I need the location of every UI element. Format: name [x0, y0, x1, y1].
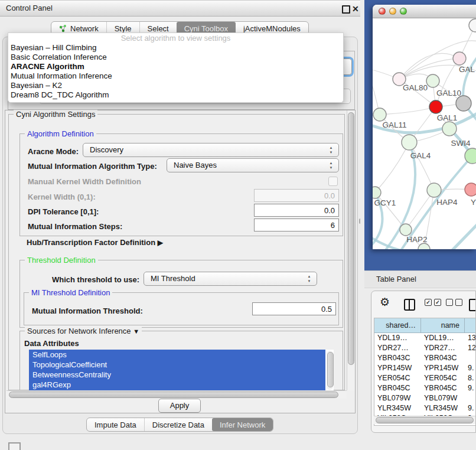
- table-cell: YLR345W: [421, 403, 465, 413]
- tab-infer-network[interactable]: Infer Network: [212, 418, 273, 431]
- tab-impute-data[interactable]: Impute Data: [87, 418, 144, 431]
- node-label-gal1: GAL1: [437, 113, 458, 122]
- algorithm-option-mutual-information-inference[interactable]: Mutual Information Inference: [8, 71, 343, 81]
- aracne-mode-combo[interactable]: Discovery ▲▼: [83, 143, 339, 157]
- network-canvas[interactable]: GALGAL80GAL10GAL1GAL11SWI4GAL4GCY1HAP4YH…: [373, 18, 476, 249]
- expanded-arrow-icon: ▼: [133, 328, 139, 335]
- mi-steps-label: Mutual Information Steps:: [28, 222, 122, 231]
- column-header-name[interactable]: name: [421, 318, 465, 332]
- table-cell: YBL079W: [374, 393, 421, 403]
- table-row[interactable]: YDR27…YDR27…12: [374, 343, 476, 353]
- attribute-item-betweennesscentrality[interactable]: BetweennessCentrality: [29, 370, 325, 380]
- network-icon: [59, 25, 67, 32]
- network-node[interactable]: [469, 19, 476, 32]
- attribute-item-selfloops[interactable]: SelfLoops: [29, 350, 325, 360]
- network-view-window: GALGAL80GAL10GAL1GAL11SWI4GAL4GCY1HAP4YH…: [373, 5, 476, 249]
- table-cell: 9.: [465, 403, 476, 413]
- columns-icon[interactable]: [404, 299, 415, 311]
- column-header-2[interactable]: [465, 318, 476, 332]
- attributes-scrollbar-thumb[interactable]: [327, 352, 334, 387]
- close-panel-icon[interactable]: ✕: [352, 3, 359, 15]
- algorithm-option-aracne-algorithm[interactable]: ARACNE Algorithm: [8, 62, 343, 71]
- table-cell: [465, 353, 476, 363]
- algorithm-option-bayesian-hill-climbing[interactable]: Bayesian – Hill Climbing: [8, 43, 343, 53]
- network-node[interactable]: [426, 74, 439, 87]
- network-node[interactable]: [442, 122, 457, 136]
- float-panel-icon[interactable]: [342, 5, 350, 14]
- table-horizontal-scrollbar[interactable]: [374, 416, 476, 424]
- table-row[interactable]: YBR043CYBR043C: [374, 353, 476, 363]
- settings-vertical-scrollbar-thumb[interactable]: [348, 112, 354, 365]
- network-node[interactable]: [465, 183, 476, 196]
- tab-label: jActiveMNodules: [243, 24, 301, 33]
- settings-scroll-panel: Cyni Algorithm Settings Algorithm Defini…: [5, 110, 356, 413]
- network-node[interactable]: [418, 243, 430, 249]
- which-threshold-value: MI Threshold: [151, 272, 195, 285]
- mi-threshold-field[interactable]: [252, 302, 336, 315]
- table-horizontal-scrollbar-thumb[interactable]: [376, 417, 474, 423]
- tab-discretize-data[interactable]: Discretize Data: [144, 418, 212, 431]
- table-row[interactable]: YPR145WYPR145W9.: [374, 363, 476, 373]
- mini-float-icon[interactable]: [8, 442, 21, 450]
- table-cell: YBR043C: [374, 353, 421, 363]
- network-edge[interactable]: [375, 142, 409, 193]
- network-window-titlebar[interactable]: [373, 5, 476, 18]
- which-threshold-combo[interactable]: MI Threshold ▲▼: [144, 272, 317, 286]
- checked-pair-icon[interactable]: ✓ ✓: [425, 299, 441, 306]
- algorithm-option-dream8-dc-tdc-algorithm[interactable]: Dream8 DC_TDC Algorithm: [8, 90, 343, 100]
- checkbox-unchecked-icon: [455, 299, 462, 306]
- hub-definition-toggle[interactable]: Hub/Transcription Factor Definition ▶: [27, 238, 163, 247]
- manual-kernel-checkbox[interactable]: [328, 177, 338, 186]
- close-traffic-light[interactable]: [379, 8, 386, 15]
- network-node[interactable]: [465, 148, 476, 164]
- unchecked-pair-icon[interactable]: [446, 299, 462, 306]
- table-row[interactable]: YER054CYER054C8.: [374, 373, 476, 383]
- zoom-traffic-light[interactable]: [400, 8, 407, 15]
- settings-horizontal-scrollbar-thumb[interactable]: [9, 392, 338, 398]
- table-cell: 9.: [465, 363, 476, 373]
- network-node[interactable]: [373, 187, 381, 198]
- network-node[interactable]: [456, 96, 471, 111]
- network-graph: GALGAL80GAL10GAL1GAL11SWI4GAL4GCY1HAP4YH…: [373, 18, 476, 249]
- network-edge[interactable]: [442, 220, 476, 249]
- network-node[interactable]: [402, 135, 417, 150]
- network-node[interactable]: [429, 100, 442, 113]
- network-node[interactable]: [453, 52, 466, 65]
- cyni-algorithm-settings-group: Cyni Algorithm Settings Algorithm Defini…: [8, 114, 345, 390]
- table-cell: YBL079W: [421, 393, 465, 403]
- spinner-arrows-icon: ▲▼: [328, 145, 334, 155]
- dpi-tolerance-field[interactable]: [254, 204, 339, 217]
- apply-button[interactable]: Apply: [158, 399, 201, 413]
- attribute-item-gal4rgexp[interactable]: gal4RGexp: [29, 380, 325, 390]
- kernel-width-field[interactable]: [254, 189, 339, 202]
- attribute-item-topologicalcoefficient[interactable]: TopologicalCoefficient: [29, 360, 325, 370]
- attributes-scrollbar[interactable]: [327, 351, 333, 390]
- network-node[interactable]: [373, 108, 386, 121]
- mi-steps-field[interactable]: [254, 219, 339, 231]
- settings-vertical-scrollbar[interactable]: [347, 110, 355, 390]
- network-node[interactable]: [427, 183, 441, 197]
- algorithm-option-bayesian-k2[interactable]: Bayesian – K2: [8, 81, 343, 90]
- table-cell: YBR043C: [421, 353, 465, 363]
- table-row[interactable]: YLR345WYLR345W9.: [374, 403, 476, 413]
- settings-horizontal-scrollbar[interactable]: [6, 390, 347, 399]
- table-row[interactable]: YDL19…YDL19…13: [374, 333, 476, 343]
- column-header-shared[interactable]: shared…: [374, 318, 421, 332]
- tab-label: Impute Data: [94, 420, 136, 429]
- network-node[interactable]: [400, 224, 412, 236]
- data-attributes-label: Data Attributes: [24, 339, 79, 348]
- bottom-tab-bar: Impute DataDiscretize DataInfer Network: [86, 418, 273, 432]
- network-edge[interactable]: [380, 107, 436, 115]
- mi-type-combo[interactable]: Naive Bayes ▲▼: [167, 158, 339, 172]
- table-row[interactable]: YBL079WYBL079W: [374, 393, 476, 403]
- algorithm-option-basic-correlation-inference[interactable]: Basic Correlation Inference: [8, 53, 343, 62]
- table-row[interactable]: YBR045CYBR045C9.: [374, 383, 476, 393]
- data-attributes-list[interactable]: SelfLoopsTopologicalCoefficientBetweenne…: [29, 350, 334, 393]
- document-icon[interactable]: [469, 299, 476, 311]
- tab-label: Select: [148, 24, 169, 33]
- gear-icon[interactable]: ⚙: [380, 295, 390, 310]
- minimize-traffic-light[interactable]: [389, 8, 396, 15]
- node-label-y: Y: [471, 198, 476, 207]
- sources-group-title[interactable]: Sources for Network Inference ▼: [25, 327, 142, 336]
- panel-divider-grip[interactable]: [359, 219, 363, 224]
